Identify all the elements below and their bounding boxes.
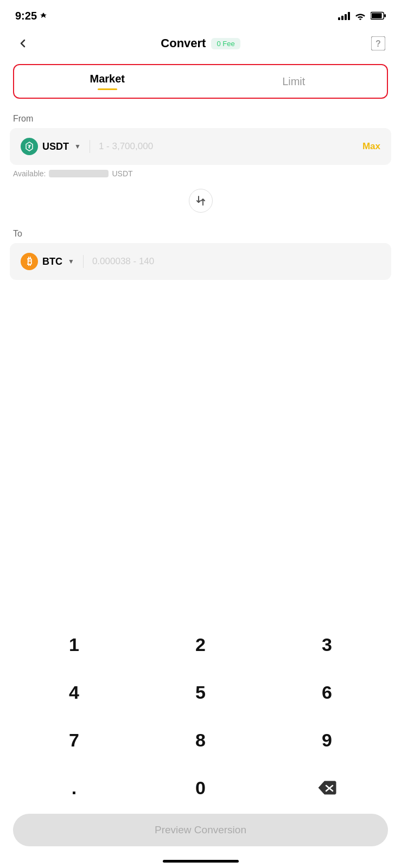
numpad-row-4: . 0 [11,766,390,809]
status-bar: 9:25 [0,0,401,28]
key-5[interactable]: 5 [147,671,255,714]
to-currency-name: BTC [42,256,62,267]
key-dot[interactable]: . [20,766,129,809]
to-divider [83,255,84,268]
numpad-row-2: 4 5 6 [11,671,390,714]
help-button[interactable]: ? [368,34,388,53]
available-amount-blur [49,170,109,177]
available-row: Available: USDT [0,165,401,182]
key-8[interactable]: 8 [147,718,255,762]
preview-conversion-button[interactable]: Preview Conversion [13,814,388,846]
backspace-icon [317,780,337,795]
to-chevron-icon: ▼ [68,258,74,265]
status-time: 9:25 [15,10,47,22]
to-currency-selector[interactable]: ₿ BTC ▼ [21,253,74,270]
from-label: From [0,104,401,128]
from-currency-name: USDT [42,141,69,152]
signal-bars [338,11,350,20]
key-0[interactable]: 0 [147,766,255,809]
help-icon: ? [371,36,385,50]
svg-rect-2 [372,13,382,18]
from-range: 1 - 3,700,000 [99,141,356,152]
fee-badge: 0 Fee [211,38,240,49]
key-3[interactable]: 3 [273,623,381,666]
max-button[interactable]: Max [362,141,380,152]
key-9[interactable]: 9 [273,718,381,762]
available-currency: USDT [112,169,132,178]
key-backspace[interactable] [273,766,381,809]
numpad-row-1: 1 2 3 [11,623,390,666]
to-range: 0.000038 - 140 [92,256,380,267]
key-7[interactable]: 7 [20,718,129,762]
svg-text:?: ? [375,39,381,48]
key-6[interactable]: 6 [273,671,381,714]
numpad: 1 2 3 4 5 6 7 8 9 . 0 [0,623,401,814]
usdt-icon: ₮ [21,138,38,155]
status-icons [338,11,386,20]
location-icon [40,12,47,20]
time-display: 9:25 [15,10,37,22]
key-1[interactable]: 1 [20,623,129,666]
from-currency-selector[interactable]: ₮ USDT ▼ [21,138,81,155]
btc-icon: ₿ [21,253,38,270]
tab-limit-label: Limit [282,75,305,88]
key-4[interactable]: 4 [20,671,129,714]
svg-rect-1 [384,14,386,17]
header-center: Convert 0 Fee [161,36,240,50]
wifi-icon [354,11,366,20]
from-divider [90,140,90,153]
swap-icon [195,195,207,207]
tab-limit[interactable]: Limit [201,65,387,98]
to-currency-box: ₿ BTC ▼ 0.000038 - 140 [10,243,391,280]
svg-text:₮: ₮ [28,144,31,150]
battery-icon [371,11,386,20]
tab-market[interactable]: Market [14,65,201,98]
preview-btn-container: Preview Conversion [13,814,388,846]
to-label: To [0,219,401,243]
swap-container [0,182,401,219]
from-currency-box: ₮ USDT ▼ 1 - 3,700,000 Max [10,128,391,165]
back-button[interactable] [13,34,33,53]
home-indicator [163,860,239,863]
available-label: Available: [13,169,46,178]
tab-switcher: Market Limit [13,64,388,99]
numpad-row-3: 7 8 9 [11,718,390,762]
from-chevron-icon: ▼ [74,143,81,150]
swap-button[interactable] [189,189,213,213]
tab-market-underline [98,88,117,90]
key-2[interactable]: 2 [147,623,255,666]
header: Convert 0 Fee ? [0,28,401,59]
header-title: Convert [161,36,206,50]
tab-market-label: Market [90,73,125,85]
